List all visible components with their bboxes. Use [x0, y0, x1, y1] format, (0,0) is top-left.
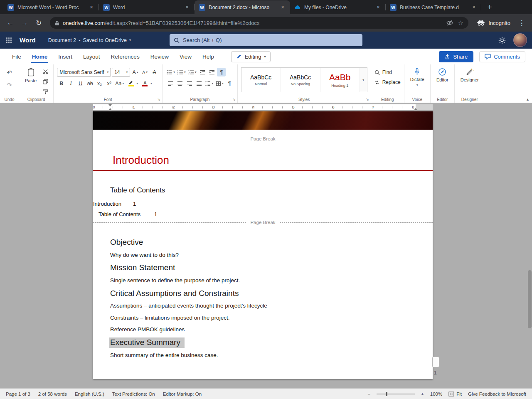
- multilevel-list-button[interactable]: ▾: [187, 68, 197, 76]
- bullets-button[interactable]: ▾: [166, 68, 176, 76]
- tab-document2-active[interactable]: W Document 2.docx - Microso ×: [195, 0, 290, 14]
- browser-menu-kebab-icon[interactable]: ⋮: [515, 17, 528, 29]
- vertical-scrollbar-thumb[interactable]: [528, 270, 532, 328]
- menu-help[interactable]: Help: [197, 49, 219, 64]
- tab-business-case-template[interactable]: W Business Case Template.d ×: [386, 0, 481, 14]
- underline-button[interactable]: U: [76, 79, 85, 88]
- change-case-button[interactable]: Aa▾: [114, 79, 125, 88]
- italic-button[interactable]: I: [66, 79, 75, 88]
- document-page[interactable]: Page Break Introduction Table of Content…: [93, 111, 433, 379]
- superscript-button[interactable]: x²: [105, 79, 113, 88]
- grow-font-button[interactable]: A▴: [131, 68, 140, 76]
- align-right-button[interactable]: [185, 79, 194, 88]
- bookmark-star-icon[interactable]: ☆: [458, 19, 463, 27]
- feedback-link[interactable]: Give Feedback to Microsoft: [468, 392, 526, 397]
- font-dialog-launcher-icon[interactable]: ↘: [158, 97, 161, 101]
- style-heading-1[interactable]: AaBb Heading 1: [320, 68, 360, 92]
- cut-button[interactable]: [41, 67, 50, 76]
- first-line-indent-marker[interactable]: [108, 104, 112, 106]
- comments-button[interactable]: Comments: [479, 51, 525, 62]
- search-box[interactable]: [170, 34, 362, 46]
- eye-off-icon[interactable]: [446, 20, 453, 26]
- ruler: 0 1 2 3 4 5 6 7 8: [0, 103, 532, 111]
- styles-gallery-more-button[interactable]: ▾: [360, 68, 367, 92]
- redo-button[interactable]: ↷: [5, 81, 14, 89]
- style-no-spacing[interactable]: AaBbCc No Spacing: [281, 68, 320, 92]
- dictate-button[interactable]: Dictate ▾: [408, 66, 427, 88]
- numbering-button[interactable]: ▾: [177, 68, 187, 76]
- address-bar[interactable]: onedrive.live.com/edit.aspx?resid=51BAF0…: [50, 17, 468, 29]
- bold-button[interactable]: B: [57, 79, 66, 88]
- forward-button[interactable]: →: [18, 17, 31, 29]
- zoom-out-button[interactable]: −: [367, 392, 370, 397]
- align-center-button[interactable]: [175, 79, 184, 88]
- borders-button[interactable]: ▾: [215, 79, 224, 88]
- align-left-button[interactable]: [166, 79, 175, 88]
- undo-button[interactable]: ↶: [5, 68, 14, 77]
- menu-home[interactable]: Home: [27, 49, 53, 64]
- fit-to-page-button[interactable]: Fit: [448, 392, 462, 397]
- new-tab-button[interactable]: +: [484, 1, 495, 13]
- editing-mode-dropdown[interactable]: Editing ▾: [231, 51, 271, 62]
- tab-word-home[interactable]: W Word ×: [99, 0, 195, 14]
- close-icon[interactable]: ×: [375, 4, 382, 11]
- search-input[interactable]: [183, 37, 358, 43]
- format-painter-button[interactable]: [41, 87, 50, 96]
- status-word-count[interactable]: 2 of 58 words: [38, 392, 67, 397]
- increase-indent-button[interactable]: [207, 68, 216, 76]
- close-icon[interactable]: ×: [470, 4, 477, 11]
- menu-insert[interactable]: Insert: [53, 49, 78, 64]
- menu-layout[interactable]: Layout: [78, 49, 106, 64]
- collapse-ribbon-button[interactable]: ▴: [527, 97, 529, 101]
- show-formatting-marks-button[interactable]: ¶: [217, 68, 226, 76]
- app-launcher-waffle-icon[interactable]: [6, 37, 12, 43]
- justify-button[interactable]: [195, 79, 203, 88]
- tab-onedrive[interactable]: My files - OneDrive ×: [290, 0, 386, 14]
- status-page-count[interactable]: Page 1 of 3: [6, 392, 30, 397]
- status-language[interactable]: English (U.S.): [75, 392, 104, 397]
- style-normal[interactable]: AaBbCc Normal: [241, 68, 281, 92]
- profile-avatar[interactable]: [513, 33, 527, 47]
- menu-view[interactable]: View: [174, 49, 197, 64]
- status-editor-markup[interactable]: Editor Markup: On: [163, 392, 202, 397]
- back-button[interactable]: ←: [4, 17, 17, 29]
- close-icon[interactable]: ×: [184, 4, 190, 11]
- reload-button[interactable]: ↻: [32, 17, 45, 29]
- replace-button[interactable]: Replace: [374, 79, 401, 85]
- strikethrough-button[interactable]: ab: [86, 79, 94, 88]
- paragraph-mark-button[interactable]: ¶: [225, 79, 234, 88]
- designer-button[interactable]: Designer: [458, 66, 481, 84]
- font-color-button[interactable]: A ▾: [140, 79, 153, 88]
- zoom-slider[interactable]: [377, 394, 415, 394]
- shrink-font-button[interactable]: A▾: [140, 68, 149, 76]
- close-icon[interactable]: ×: [279, 4, 286, 11]
- settings-gear-icon[interactable]: [498, 37, 506, 44]
- highlight-color-button[interactable]: ▾: [126, 79, 139, 88]
- zoom-level[interactable]: 100%: [430, 392, 442, 397]
- decrease-indent-button[interactable]: [198, 68, 207, 76]
- tab-word-processor[interactable]: W Microsoft Word - Word Proc ×: [3, 0, 99, 14]
- styles-dialog-launcher-icon[interactable]: ↘: [366, 97, 369, 101]
- clear-formatting-button[interactable]: A: [150, 68, 159, 76]
- menu-references[interactable]: References: [106, 49, 145, 64]
- document-title-control[interactable]: Document 2 - Saved to OneDrive ▾: [48, 37, 131, 43]
- close-icon[interactable]: ×: [88, 4, 95, 11]
- share-button[interactable]: Share: [439, 51, 473, 62]
- find-button[interactable]: Find: [374, 69, 401, 75]
- paste-button[interactable]: Paste: [22, 66, 39, 96]
- status-text-predictions[interactable]: Text Predictions: On: [112, 392, 155, 397]
- menu-review[interactable]: Review: [145, 49, 174, 64]
- zoom-in-button[interactable]: +: [421, 392, 424, 397]
- font-name-combobox[interactable]: Microsoft Sans Serif ▾: [57, 68, 111, 76]
- hanging-indent-marker[interactable]: [108, 108, 112, 110]
- font-size-combobox[interactable]: 14 ▾: [112, 68, 130, 76]
- zoom-slider-thumb[interactable]: [386, 392, 387, 396]
- subscript-button[interactable]: x₂: [95, 79, 104, 88]
- line-spacing-button[interactable]: ▾: [204, 79, 214, 88]
- editor-button[interactable]: Editor: [434, 66, 451, 84]
- menu-file[interactable]: File: [7, 49, 27, 64]
- copy-button[interactable]: [41, 77, 50, 86]
- right-indent-marker[interactable]: [414, 108, 417, 110]
- paragraph-dialog-launcher-icon[interactable]: ↘: [232, 97, 236, 101]
- comment-anchor-box[interactable]: [432, 357, 439, 367]
